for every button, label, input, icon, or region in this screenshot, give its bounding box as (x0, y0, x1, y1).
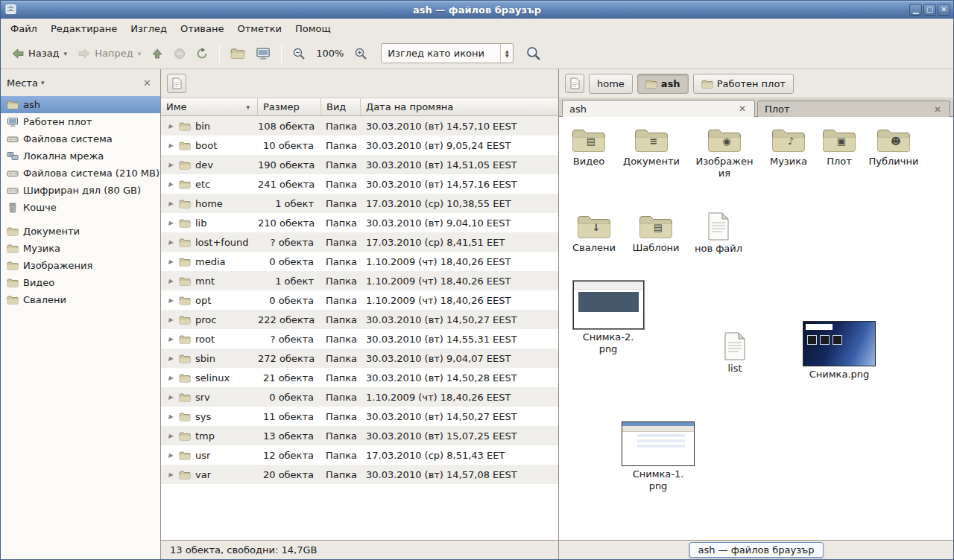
zoom-in-button[interactable] (350, 43, 372, 64)
menu-item-view[interactable]: Изглед (124, 21, 174, 36)
expander-icon[interactable]: ▶ (168, 355, 174, 362)
icon-item-shot2[interactable]: Снимка-2. png (569, 281, 647, 356)
table-row[interactable]: ▶etc 241 обекта Папка 30.03.2010 (вт) 14… (161, 174, 558, 194)
expander-icon[interactable]: ▶ (168, 297, 174, 304)
sidebar-item-Музика[interactable]: Музика (1, 240, 160, 257)
icon-view[interactable]: ▤ Видео ≡ Документи ◉ Изображен ия ♪ Муз… (559, 117, 953, 540)
menu-item-edit[interactable]: Редактиране (44, 21, 124, 36)
table-row[interactable]: ▶root ? обекта Папка 30.03.2010 (вт) 14,… (161, 329, 558, 349)
table-row[interactable]: ▶bin 108 обекта Папка 30.03.2010 (вт) 14… (161, 116, 558, 136)
expander-icon[interactable]: ▶ (168, 181, 174, 188)
sidebar-item-Кошче[interactable]: Кошче (1, 199, 160, 216)
expander-icon[interactable]: ▶ (168, 375, 174, 381)
back-button[interactable]: Назад ▾ (7, 44, 72, 63)
table-row[interactable]: ▶usr 12 обекта Папка 17.03.2010 (ср) 8,5… (161, 445, 558, 465)
tab-close-icon[interactable]: ✕ (932, 104, 943, 115)
sidebar-item-Изображения[interactable]: Изображения (1, 257, 160, 274)
column-header-date[interactable]: Дата на промяна (361, 98, 558, 115)
home-button[interactable] (226, 43, 250, 63)
titlebar[interactable]: ash — файлов браузър ▁ ▢ ✕ (1, 1, 953, 19)
expander-icon[interactable]: ▶ (168, 394, 174, 401)
menu-item-help[interactable]: Помощ (288, 21, 338, 36)
icon-item-plot[interactable]: ▣ Плот (809, 126, 869, 168)
spinner-arrows-icon[interactable]: ▲▼ (500, 44, 513, 63)
expander-icon[interactable]: ▶ (168, 316, 174, 323)
view-mode-select[interactable]: Изглед като икони ▲▼ (381, 43, 514, 63)
column-header-size[interactable]: Размер (258, 98, 321, 115)
expander-icon[interactable]: ▶ (168, 413, 174, 420)
sidebar-caret-icon[interactable]: ▾ (41, 79, 45, 86)
sidebar-item-Работен плот[interactable]: Работен плот (1, 113, 160, 130)
column-header-name[interactable]: Име▾ (161, 98, 258, 115)
table-row[interactable]: ▶lost+found ? обекта Папка 17.03.2010 (с… (161, 232, 558, 252)
expander-icon[interactable]: ▶ (168, 258, 174, 265)
table-row[interactable]: ▶selinux 21 обекта Папка 30.03.2010 (вт)… (161, 368, 558, 387)
breadcrumb-Работен плот[interactable]: Работен плот (693, 74, 794, 94)
table-row[interactable]: ▶home 1 обект Папка 17.03.2010 (ср) 10,3… (161, 194, 558, 213)
sidebar-item-Документи[interactable]: Документи (1, 223, 160, 240)
expander-icon[interactable]: ▶ (168, 162, 174, 168)
sidebar-close-button[interactable]: ✕ (140, 76, 154, 90)
sidebar-item-Видео[interactable]: Видео (1, 274, 160, 291)
tab-Плот[interactable]: Плот ✕ (757, 101, 950, 117)
table-row[interactable]: ▶opt 0 обекта Папка 1.10.2009 (чт) 18,40… (161, 290, 558, 310)
table-row[interactable]: ▶var 20 обекта Папка 30.03.2010 (вт) 14,… (161, 465, 558, 484)
expander-icon[interactable]: ▶ (168, 200, 174, 207)
menu-item-bookmarks[interactable]: Отметки (230, 21, 288, 36)
icon-item-shot[interactable]: Снимка.png (800, 321, 878, 381)
expander-icon[interactable]: ▶ (168, 123, 174, 130)
expander-icon[interactable]: ▶ (168, 239, 174, 246)
table-row[interactable]: ▶dev 190 обекта Папка 30.03.2010 (вт) 14… (161, 155, 558, 174)
stop-button[interactable] (169, 44, 190, 63)
icon-item-templates[interactable]: ▤ Шаблони (626, 212, 686, 254)
pane-location-button[interactable] (565, 74, 584, 93)
menu-item-file[interactable]: Файл (4, 21, 44, 36)
table-row[interactable]: ▶media 0 обекта Папка 1.10.2009 (чт) 18,… (161, 252, 558, 271)
column-header-type[interactable]: Вид (321, 98, 361, 115)
up-button[interactable] (147, 44, 168, 63)
expander-icon[interactable]: ▶ (168, 220, 174, 226)
reload-button[interactable] (192, 44, 213, 63)
sidebar-item-Локална мрежа[interactable]: Локална мрежа (1, 147, 160, 165)
icon-item-shot1[interactable]: Снимка-1. png (619, 421, 697, 493)
sidebar-item-Шифриран дял (80 GB)[interactable]: Шифриран дял (80 GB) (1, 182, 160, 199)
table-row[interactable]: ▶srv 0 обекта Папка 1.10.2009 (чт) 18,40… (161, 387, 558, 407)
icon-item-list[interactable]: list (705, 332, 765, 375)
table-row[interactable]: ▶sbin 272 обекта Папка 30.03.2010 (вт) 9… (161, 349, 558, 368)
icon-item-newfile[interactable]: нов файл (689, 212, 748, 255)
expander-icon[interactable]: ▶ (168, 452, 174, 459)
expander-icon[interactable]: ▶ (168, 142, 174, 149)
computer-button[interactable] (251, 43, 275, 64)
icon-item-public[interactable]: ☻ Публични (862, 126, 926, 168)
expander-icon[interactable]: ▶ (168, 433, 174, 439)
close-button[interactable]: ✕ (938, 4, 950, 16)
sidebar-item-Файлова система[interactable]: Файлова система (1, 130, 160, 147)
menu-item-go[interactable]: Отиване (174, 21, 230, 36)
icon-item-downloads[interactable]: ↓ Свалени (564, 212, 624, 254)
tab-close-icon[interactable]: ✕ (737, 104, 748, 114)
icon-item-video[interactable]: ▤ Видео (559, 126, 619, 168)
location-toggle-button[interactable] (167, 74, 186, 93)
maximize-button[interactable]: ▢ (923, 4, 936, 16)
table-row[interactable]: ▶lib 210 обекта Папка 30.03.2010 (вт) 9,… (161, 213, 558, 232)
expander-icon[interactable]: ▶ (168, 471, 174, 478)
table-row[interactable]: ▶boot 10 обекта Папка 30.03.2010 (вт) 9,… (161, 136, 558, 155)
sidebar-item-ash[interactable]: ash (1, 96, 160, 113)
minimize-button[interactable]: ▁ (909, 4, 922, 16)
table-row[interactable]: ▶tmp 13 обекта Папка 30.03.2010 (вт) 15,… (161, 426, 558, 445)
table-row[interactable]: ▶proc 222 обекта Папка 30.03.2010 (вт) 1… (161, 310, 558, 329)
breadcrumb-home[interactable]: home (589, 74, 633, 94)
table-row[interactable]: ▶sys 11 обекта Папка 30.03.2010 (вт) 14,… (161, 407, 558, 426)
sidebar-item-Свалени[interactable]: Свалени (1, 291, 160, 308)
icon-item-docs[interactable]: ≡ Документи (622, 126, 681, 168)
zoom-out-button[interactable] (288, 43, 310, 64)
breadcrumb-ash[interactable]: ash (637, 74, 689, 94)
sidebar-title[interactable]: Места (7, 77, 38, 89)
table-row[interactable]: ▶mnt 1 обект Папка 1.10.2009 (чт) 18,40,… (161, 271, 558, 290)
expander-icon[interactable]: ▶ (168, 278, 174, 284)
forward-button[interactable]: Напред ▾ (73, 44, 145, 63)
tab-ash[interactable]: ash ✕ (562, 100, 755, 117)
sidebar-item-Файлова система (210 MB)[interactable]: Файлова система (210 MB) (1, 165, 160, 182)
icon-item-images[interactable]: ◉ Изображен ия (692, 126, 757, 180)
expander-icon[interactable]: ▶ (168, 336, 174, 343)
